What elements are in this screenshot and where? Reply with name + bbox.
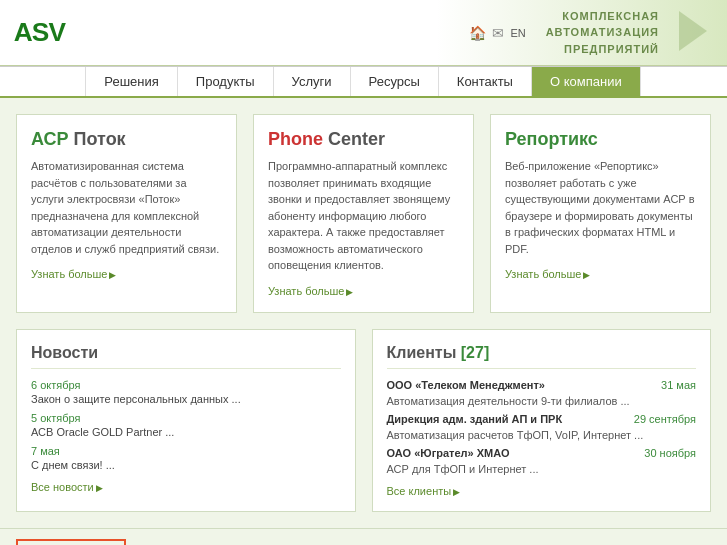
svg-text:ASV: ASV (14, 17, 67, 47)
main-content: АСР Поток Автоматизированная система рас… (0, 98, 727, 528)
header-arrow-decoration (679, 6, 715, 59)
product-highlight-phone: Phone (268, 129, 323, 149)
client-name-3: ОАО «Югрател» ХМАО (387, 447, 510, 459)
client-item-2: Дирекция адм. зданий АП и ПРК 29 сентябр… (387, 413, 697, 441)
client-date-1: 31 мая (661, 379, 696, 391)
product-rest-acr: Поток (69, 129, 126, 149)
client-desc-1: Автоматизация деятельности 9-ти филиалов… (387, 395, 697, 407)
language-label[interactable]: EN (510, 27, 525, 39)
svg-marker-1 (679, 11, 707, 51)
news-date-2: 5 октября (31, 412, 341, 424)
nav-item-about[interactable]: О компании (531, 67, 641, 96)
client-name-2: Дирекция адм. зданий АП и ПРК (387, 413, 563, 425)
news-item-3: 7 мая С днем связи! ... (31, 445, 341, 471)
news-item-1: 6 октября Закон о защите персональных да… (31, 379, 341, 405)
product-highlight-acr: АСР (31, 129, 69, 149)
nav-item-resources[interactable]: Ресурсы (350, 67, 439, 96)
client-date-2: 29 сентября (634, 413, 696, 425)
product-title-phone: Phone Center (268, 129, 459, 150)
learn-more-acr[interactable]: Узнать больше (31, 268, 116, 280)
product-card-report: Репортикс Веб-приложение «Репортикс» поз… (490, 114, 711, 313)
client-item-3: ОАО «Югрател» ХМАО 30 ноября АСР для ТфО… (387, 447, 697, 475)
news-item-2: 5 октября АСВ Oracle GOLD Partner ... (31, 412, 341, 438)
news-text-2: АСВ Oracle GOLD Partner ... (31, 426, 341, 438)
email-icon[interactable]: ✉ (492, 25, 504, 41)
news-text-3: С днем связи! ... (31, 459, 341, 471)
learn-more-phone[interactable]: Узнать больше (268, 285, 353, 297)
clients-card: Клиенты [27] ООО «Телеком Менеджмент» 31… (372, 329, 712, 512)
product-desc-acr: Автоматизированная система расчётов с по… (31, 158, 222, 257)
news-card: Новости 6 октября Закон о защите персона… (16, 329, 356, 512)
nav-item-products[interactable]: Продукты (177, 67, 274, 96)
product-desc-phone: Программно-аппаратный комплекс позволяет… (268, 158, 459, 274)
client-item-1: ООО «Телеком Менеджмент» 31 мая Автомати… (387, 379, 697, 407)
oracle-badge: ORACLE Gold Partner (16, 539, 126, 546)
header: ASV 🏠 ✉ EN КОМПЛЕКСНАЯ АВТОМАТИЗАЦИЯ ПРЕ… (0, 0, 727, 66)
news-title: Новости (31, 344, 341, 369)
news-text-1: Закон о защите персональных данных ... (31, 393, 341, 405)
product-rest-phone: Center (323, 129, 385, 149)
news-date-1: 6 октября (31, 379, 341, 391)
product-card-phone: Phone Center Программно-аппаратный компл… (253, 114, 474, 313)
bottom-row: Новости 6 октября Закон о защите персона… (16, 329, 711, 512)
header-icons: 🏠 ✉ EN (469, 25, 525, 41)
brand-tagline: КОМПЛЕКСНАЯ АВТОМАТИЗАЦИЯ ПРЕДПРИЯТИЙ (546, 8, 659, 58)
learn-more-report[interactable]: Узнать больше (505, 268, 590, 280)
clients-title: Клиенты [27] (387, 344, 697, 369)
client-name-1: ООО «Телеком Менеджмент» (387, 379, 545, 391)
nav-item-services[interactable]: Услуги (273, 67, 351, 96)
client-desc-2: Автоматизация расчетов ТфОП, VoIP, Интер… (387, 429, 697, 441)
product-highlight-report: Репортикс (505, 129, 598, 149)
nav-item-contacts[interactable]: Контакты (438, 67, 532, 96)
news-date-3: 7 мая (31, 445, 341, 457)
logo[interactable]: ASV (12, 12, 82, 53)
product-title-report: Репортикс (505, 129, 696, 150)
home-icon[interactable]: 🏠 (469, 25, 486, 41)
product-title-acr: АСР Поток (31, 129, 222, 150)
products-row: АСР Поток Автоматизированная система рас… (16, 114, 711, 313)
client-date-3: 30 ноября (644, 447, 696, 459)
footer-area: ORACLE Gold Partner Телефон: (342) 222-4… (0, 528, 727, 546)
nav-item-solutions[interactable]: Решения (85, 67, 177, 96)
product-desc-report: Веб-приложение «Репортикс» позволяет раб… (505, 158, 696, 257)
client-desc-3: АСР для ТфОП и Интернет ... (387, 463, 697, 475)
all-clients-link[interactable]: Все клиенты (387, 485, 697, 497)
main-nav: Решения Продукты Услуги Ресурсы Контакты… (0, 66, 727, 98)
product-card-acr: АСР Поток Автоматизированная система рас… (16, 114, 237, 313)
all-news-link[interactable]: Все новости (31, 481, 341, 493)
